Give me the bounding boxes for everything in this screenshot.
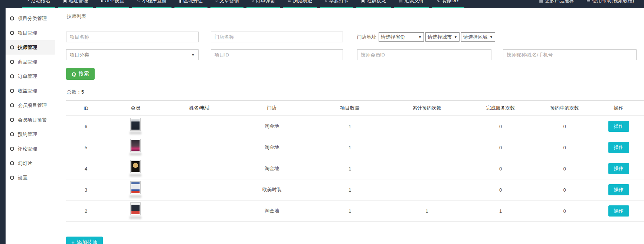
project-category-select[interactable]: 项目分类 ▼ [66,49,199,60]
sidebar-item-label: 会员项目管理 [18,102,47,109]
avatar [131,118,140,130]
sidebar-item-label: 技师管理 [18,44,37,51]
sidebar-item-label: 幻灯片 [18,160,32,167]
pencil-icon: ✎ [437,0,440,3]
sidebar-item-booking-manage[interactable]: 预约管理 [6,127,55,141]
sidebar-item-label: 订单管理 [18,73,37,80]
total-value: 5 [81,89,84,95]
topnav-item-region-bonus[interactable]: ▮ 区域分红 [174,0,207,8]
sidebar-item-project-category[interactable]: 项目分类管理 [6,11,55,26]
topnav-label: 小程序直播 [143,0,167,4]
card-icon: ▣ [63,0,67,3]
circle-icon: ○ [251,0,254,3]
row-action-button[interactable]: 操作 [608,184,629,195]
cell-pending-bookings: 0 [537,116,592,137]
dot-icon: ● [101,0,103,3]
member-avatar-wrap [130,118,141,134]
sidebar-item-goods-manage[interactable]: 商品管理 [6,55,55,69]
table-row: 6 淘金地 1 0 0 操作 [66,116,644,137]
topnav-item-miniprogram-live[interactable]: ♡ 小程序直播 [132,0,171,8]
col-header-actions: 操作 [592,101,644,116]
topnav-item-group-solitaire[interactable]: ▣ 社群接龙 [356,0,391,8]
sidebar-item-income-manage[interactable]: 收益管理 [6,84,55,98]
censored-name-blur [130,195,141,198]
cell-pending-bookings: 0 [537,158,592,179]
topnav-label: 汇聚支付 [405,0,424,4]
sidebar-item-settings[interactable]: 设置 [6,170,55,185]
technician-nickname-input[interactable] [503,49,637,60]
sidebar-item-slideshow[interactable]: 幻灯片 [6,156,55,170]
topnav-item-app-settings[interactable]: ● APP设置 [96,0,129,8]
topnav-item-article-marketing[interactable]: ○ 文章营销 [210,0,244,8]
project-id-input[interactable] [211,49,343,60]
sidebar-dark-stripe [0,8,6,244]
row-action-button[interactable]: 操作 [608,121,629,132]
sidebar-item-label: 预约管理 [18,131,37,138]
topnav-item-more-products[interactable]: ▦ 更多产品推荐 [535,0,579,5]
circle-bullet-icon [10,45,14,49]
circle-bullet-icon [10,31,14,35]
cell-store: 淘金地 [234,201,310,222]
row-action-button[interactable]: 操作 [608,142,629,153]
sidebar-item-project-manage[interactable]: 项目管理 [6,26,55,40]
plus-icon: + [71,240,75,244]
member-avatar-wrap [130,160,141,177]
topnav-label: 区域分红 [183,0,203,4]
sidebar-item-label: 商品管理 [18,59,37,65]
district-select[interactable]: 请选择区域 ▼ [461,32,495,42]
col-header-store: 门店 [234,101,310,116]
cell-project-count: 1 [310,158,390,179]
topnav-item-help-tutorial[interactable]: ▭ 使用帮助(视频教程) [582,0,639,5]
heart-icon: ♡ [137,0,141,3]
topnav-item-decorate-diy[interactable]: ✎ 装修DIY [432,0,464,8]
cell-store: 淘金地 [234,158,310,179]
topnav-label: 地址管理 [69,0,88,4]
video-icon: ▭ [586,0,590,3]
circle-bullet-icon [10,161,14,165]
cell-pending-bookings: 0 [537,179,592,201]
cell-id: 3 [66,179,106,201]
row-action-button[interactable]: 操作 [608,163,629,174]
row-action-button[interactable]: 操作 [608,205,629,217]
circle-bullet-icon [10,176,14,180]
topnav-item-order-popup[interactable]: ○ 订单弹窗 [246,0,280,8]
cell-name-phone [165,201,234,222]
cell-name-phone [165,158,234,179]
wave-icon: ≋ [288,0,291,3]
cell-id: 6 [66,116,106,137]
cell-id: 5 [66,137,106,158]
sidebar-item-order-manage[interactable]: 订单管理 [6,69,55,84]
cell-name-phone [165,116,234,137]
topnav-item-activity-signup[interactable]: ◔ 活动报名 [22,0,55,8]
province-select[interactable]: 请选择省份 ▼ [379,32,424,42]
cell-pending-bookings: 0 [537,137,592,158]
search-button[interactable]: Q 搜索 [66,68,95,80]
add-technician-button[interactable]: + 添加技师 [66,237,103,244]
store-name-input[interactable] [211,32,343,42]
topnav-item-address-manage[interactable]: ▣ 地址管理 [58,0,93,8]
list-icon: ▤ [399,0,402,3]
bar-icon: ▮ [179,0,182,3]
cell-store: 淘金地 [234,137,310,158]
sidebar-item-member-project-manage[interactable]: 会员项目管理 [6,98,55,113]
sidebar-item-comment-manage[interactable]: 评论管理 [6,141,55,156]
sidebar-item-technician-manage[interactable]: 技师管理 [6,40,55,55]
sidebar-item-member-project-alert[interactable]: 会员项目预警 [6,113,55,127]
project-name-input[interactable] [66,32,199,42]
cell-total-bookings: 1 [390,201,464,222]
technician-member-id-input[interactable] [357,49,491,60]
cell-project-count: 1 [310,179,390,201]
city-select[interactable]: 请选择城市 ▼ [425,32,460,42]
clock-icon: ○ [325,0,327,3]
col-header-member: 会员 [106,101,165,116]
table-header-row: ID 会员 姓名/电话 门店 项目数量 累计预约次数 完成服务次数 预约中的次数… [66,101,644,116]
circle-bullet-icon [10,147,14,151]
member-avatar-wrap [130,182,141,198]
filter-form: 门店地址 请选择省份 ▼ 请选择城市 ▼ 请选择区域 ▼ 项目分类 ▼ [66,32,637,80]
cell-total-bookings [390,179,464,201]
topnav-item-browse-track[interactable]: ≋ 浏览轨迹 [283,0,317,8]
topnav-item-morning-checkin[interactable]: ○ 早起打卡 [320,0,353,8]
total-label: 总数： [67,89,81,95]
topnav-item-huiju-pay[interactable]: ▤ 汇聚支付 [394,0,428,8]
search-icon: Q [72,71,76,77]
